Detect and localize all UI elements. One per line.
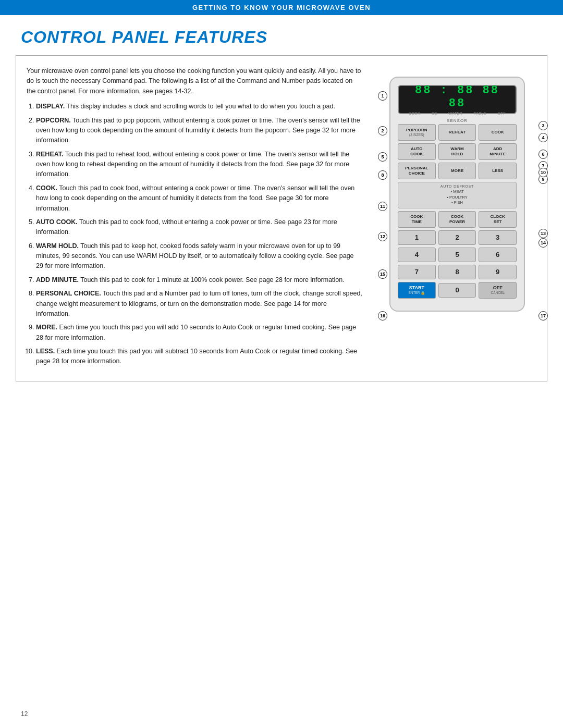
start-button[interactable]: START ENTER 🔒 (398, 282, 436, 299)
content-area: Your microwave oven control panel lets y… (16, 55, 547, 381)
personal-choice-sub: CHOICE (409, 171, 425, 176)
callout-8: 8 (378, 170, 387, 180)
display-label-water: WATER (448, 112, 462, 115)
num-4-label: 4 (415, 251, 419, 259)
list-item-1: Display. This display includes a clock a… (36, 102, 362, 112)
more-button[interactable]: MORE (438, 163, 476, 179)
timer-row: COOK TIME COOK POWER CLOCK SET (398, 211, 517, 228)
auto-cook-label: AUTO (411, 146, 423, 152)
num-2-button[interactable]: 2 (438, 230, 476, 245)
choice-row: PERSONAL CHOICE MORE LESS (398, 163, 517, 179)
callout-11: 11 (378, 202, 387, 211)
add-minute-button[interactable]: ADD MINUTE (479, 143, 517, 160)
cook-power-button[interactable]: COOK POWER (438, 211, 476, 228)
num-7-button[interactable]: 7 (398, 265, 436, 279)
item1-label: Display. (36, 103, 65, 110)
features-list: Display. This display includes a clock a… (27, 102, 362, 367)
enter-label: ENTER 🔒 (408, 291, 425, 295)
num-8-button[interactable]: 8 (438, 265, 476, 279)
num-9-button[interactable]: 9 (479, 265, 517, 279)
microwave-panel: 88 : 88 88 88 COOK O2 WATER TABLE OFF SE… (389, 77, 525, 312)
popcorn-button[interactable]: POPCORN (3 SIZES) (398, 124, 436, 141)
item10-label: Less. (36, 348, 55, 355)
less-button[interactable]: LESS (479, 163, 517, 179)
item2-label: Popcorn. (36, 117, 71, 124)
num-1-button[interactable]: 1 (398, 230, 436, 245)
num-7-label: 7 (415, 268, 419, 276)
callout-17: 17 (538, 311, 548, 320)
auto-defrost-label: AUTO DEFROST (401, 184, 513, 188)
cook-power-sub: POWER (449, 219, 465, 225)
num-6-label: 6 (496, 251, 499, 259)
list-item-4: Cook. Touch this pad to cook food, witho… (36, 183, 362, 214)
callout-3: 3 (538, 121, 548, 130)
num-3-button[interactable]: 3 (479, 230, 517, 245)
sensor-btn-row: POPCORN (3 SIZES) REHEAT COOK (398, 124, 517, 141)
start-label: START (409, 285, 424, 291)
display-labels: COOK O2 WATER TABLE OFF (403, 112, 511, 115)
header-bar: GETTING TO KNOW YOUR MICROWAVE OVEN (0, 0, 563, 15)
warm-hold-sub: HOLD (451, 152, 463, 157)
item7-label: Add Minute. (36, 276, 79, 283)
callout-1: 1 (378, 91, 387, 101)
off-label: OFF (493, 285, 503, 291)
less-label: LESS (492, 168, 503, 174)
num-row-2: 4 5 6 (398, 248, 517, 262)
personal-choice-label: PERSONAL (405, 166, 428, 171)
off-button[interactable]: OFF CANCEL (479, 282, 517, 299)
clock-set-button[interactable]: CLOCK SET (479, 211, 517, 228)
auto-defrost-items: • MEAT• POULTRY• FISH (401, 189, 513, 206)
num-2-label: 2 (455, 233, 459, 242)
callout-6: 6 (538, 150, 548, 159)
auto-cook-button[interactable]: AUTO COOK (398, 143, 436, 160)
list-item-7: Add Minute. Touch this pad to cook for 1… (36, 275, 362, 285)
display-screen: 88 : 88 88 88 COOK O2 WATER TABLE OFF (398, 85, 517, 114)
display-label-o2: O2 (432, 112, 437, 115)
cook-button[interactable]: COOK (479, 124, 517, 141)
cook-time-button[interactable]: COOK TIME (398, 211, 436, 228)
callout-2: 2 (378, 126, 387, 135)
right-column: 88 : 88 88 88 COOK O2 WATER TABLE OFF SE… (375, 66, 536, 371)
clock-set-sub: SET (494, 219, 502, 225)
intro-text: Your microwave oven control panel lets y… (27, 66, 362, 96)
reheat-label: REHEAT (449, 130, 466, 135)
list-item-10: Less. Each time you touch this pad you w… (36, 347, 362, 367)
page-title-text: CONTROL PANEL FEATURES (21, 28, 267, 46)
header-title: GETTING TO KNOW YOUR MICROWAVE OVEN (192, 4, 371, 11)
cook-power-label: COOK (451, 214, 463, 219)
more-label: MORE (451, 168, 463, 174)
callout-14: 14 (538, 238, 548, 248)
cook-time-sub: TIME (412, 219, 422, 225)
item8-label: Personal Choice. (36, 290, 101, 297)
num-3-label: 3 (496, 233, 499, 242)
item9-label: More. (36, 324, 57, 331)
page-number: 12 (21, 710, 28, 718)
clock-set-label: CLOCK (490, 214, 505, 219)
list-item-3: Reheat. Touch this pad to reheat food, w… (36, 150, 362, 180)
personal-choice-button[interactable]: PERSONAL CHOICE (398, 163, 436, 179)
reheat-button[interactable]: REHEAT (438, 124, 476, 141)
auto-cook-sub: COOK (410, 152, 423, 157)
callout-5: 5 (378, 152, 387, 162)
num-8-label: 8 (455, 268, 459, 276)
item5-label: Auto Cook. (36, 218, 78, 226)
warm-hold-button[interactable]: WARM HOLD (438, 143, 476, 160)
num-0-button[interactable]: 0 (438, 283, 476, 298)
callout-16: 16 (378, 311, 387, 320)
popcorn-label: POPCORN (406, 128, 427, 133)
callout-10: 10 (538, 168, 548, 177)
num-1-label: 1 (415, 233, 419, 242)
cancel-label: CANCEL (491, 291, 504, 295)
display-label-cook: COOK (409, 112, 421, 115)
cook-time-label: COOK (410, 214, 423, 219)
warm-hold-label: WARM (450, 146, 463, 152)
left-column: Your microwave oven control panel lets y… (27, 66, 362, 371)
list-item-6: Warm Hold. Touch this pad to keep hot, c… (36, 241, 362, 272)
callout-15: 15 (378, 269, 387, 279)
num-6-button[interactable]: 6 (479, 248, 517, 262)
num-5-button[interactable]: 5 (438, 248, 476, 262)
item6-label: Warm Hold. (36, 242, 79, 250)
num-9-label: 9 (496, 268, 499, 276)
num-4-button[interactable]: 4 (398, 248, 436, 262)
cook-row: AUTO COOK WARM HOLD ADD MINUTE (398, 143, 517, 160)
